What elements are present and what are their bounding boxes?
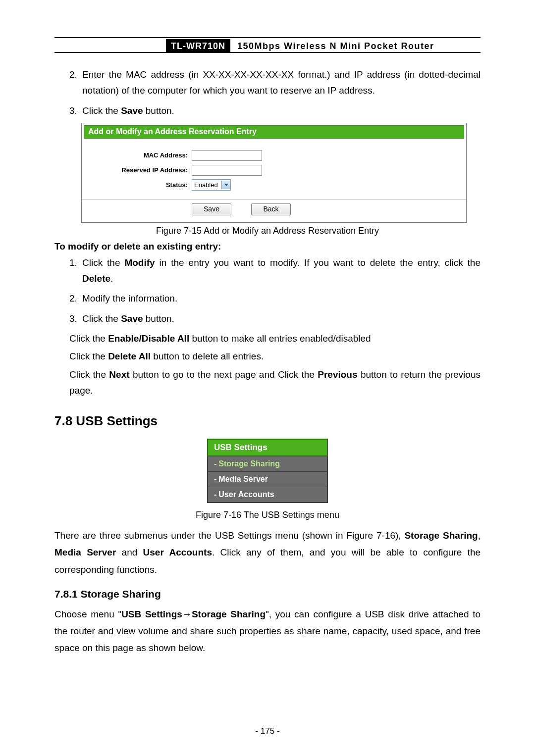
form-row-ip: Reserved IP Address:: [87, 163, 461, 177]
mac-address-input[interactable]: [192, 150, 262, 161]
mac-address-label: MAC Address:: [87, 151, 192, 159]
text-fragment: Click the: [69, 333, 108, 344]
storage-sharing-label: Storage Sharing: [404, 530, 478, 541]
status-label: Status:: [87, 181, 192, 189]
status-select[interactable]: Enabled: [192, 179, 231, 191]
text-fragment: Choose menu ": [54, 609, 121, 619]
delete-all-paragraph: Click the Delete All button to delete al…: [69, 349, 481, 364]
page-number: - 175 -: [0, 726, 535, 736]
previous-label: Previous: [318, 369, 357, 380]
text-fragment: Click the: [82, 105, 121, 116]
arrow-icon: →: [182, 609, 192, 619]
text-fragment: and: [116, 547, 143, 557]
document-page: TL-WR710N 150Mbps Wireless N Mini Pocket…: [0, 0, 535, 756]
enable-disable-paragraph: Click the Enable/Disable All button to m…: [69, 331, 481, 347]
reserved-ip-label: Reserved IP Address:: [87, 166, 192, 174]
address-reservation-panel: Add or Modify an Address Reservation Ent…: [81, 123, 467, 223]
list-text: Enter the MAC address (in XX-XX-XX-XX-XX…: [82, 67, 481, 99]
menu-item-label: Storage Sharing: [218, 459, 280, 468]
usb-settings-breadcrumb: USB Settings: [121, 609, 182, 619]
storage-sharing-description: Choose menu "USB Settings→Storage Sharin…: [54, 606, 481, 657]
text-fragment: Click the: [82, 313, 121, 324]
enable-disable-all-label: Enable/Disable All: [108, 333, 189, 344]
panel-button-row: Save Back: [87, 203, 461, 215]
next-label: Next: [109, 369, 129, 380]
usb-settings-description: There are three submenus under the USB S…: [54, 527, 481, 578]
delete-label: Delete: [82, 273, 110, 284]
modify-label: Modify: [124, 257, 155, 268]
list-number: 2.: [69, 291, 82, 306]
text-fragment: button.: [143, 105, 174, 116]
figure-7-16-caption: Figure 7-16 The USB Settings menu: [54, 510, 481, 520]
page-header: TL-WR710N 150Mbps Wireless N Mini Pocket…: [54, 39, 481, 53]
delete-all-label: Delete All: [108, 351, 151, 361]
reserved-ip-input[interactable]: [192, 165, 262, 176]
back-button[interactable]: Back: [251, 203, 291, 215]
menu-item-user-accounts[interactable]: -User Accounts: [207, 487, 328, 503]
header-description: 150Mbps Wireless N Mini Pocket Router: [230, 39, 434, 52]
chevron-down-icon[interactable]: [221, 181, 230, 189]
user-accounts-label: User Accounts: [143, 547, 212, 557]
next-previous-paragraph: Click the Next button to go to the next …: [69, 367, 481, 399]
figure-7-15-caption: Figure 7-15 Add or Modify an Address Res…: [54, 226, 481, 236]
text-fragment: Click the: [82, 257, 124, 268]
text-fragment: ,: [478, 530, 481, 541]
save-label: Save: [121, 105, 143, 116]
menu-item-label: User Accounts: [218, 490, 274, 499]
text-fragment: There are three submenus under the USB S…: [54, 530, 404, 541]
text-fragment: Click the: [69, 351, 108, 361]
dash-icon: -: [214, 459, 216, 468]
text-fragment: Click the: [69, 369, 109, 380]
dash-icon: -: [214, 475, 216, 483]
list-text: Click the Save button.: [82, 103, 481, 119]
menu-item-storage-sharing[interactable]: -Storage Sharing: [207, 456, 328, 472]
section-7-8-1-heading: 7.8.1 Storage Sharing: [54, 588, 481, 600]
modify-delete-heading: To modify or delete an existing entry:: [54, 241, 481, 252]
form-row-status: Status: Enabled: [87, 178, 461, 192]
list-text: Modify the information.: [82, 291, 481, 306]
header-top-rule: [54, 37, 481, 38]
text-fragment: button to delete all entries.: [151, 351, 264, 361]
instruction-list-1: 2. Enter the MAC address (in XX-XX-XX-XX…: [54, 67, 481, 119]
usb-settings-menu-header[interactable]: USB Settings: [207, 439, 328, 456]
list-text: Click the Save button.: [82, 311, 481, 327]
text-fragment: button to make all entries enabled/disab…: [189, 333, 371, 344]
section-7-8-heading: 7.8 USB Settings: [54, 413, 481, 429]
text-fragment: button.: [143, 313, 174, 324]
instruction-list-2: 1. Click the Modify in the entry you wan…: [54, 255, 481, 327]
list-text: Click the Modify in the entry you want t…: [82, 255, 481, 287]
list-number: 2.: [69, 67, 82, 99]
list-number: 3.: [69, 103, 82, 119]
header-model: TL-WR710N: [166, 39, 230, 52]
status-select-value: Enabled: [194, 181, 221, 189]
menu-item-media-server[interactable]: -Media Server: [207, 472, 328, 487]
form-row-mac: MAC Address:: [87, 149, 461, 162]
text-fragment: in the entry you want to modify. If you …: [155, 257, 481, 268]
save-button[interactable]: Save: [192, 203, 231, 215]
save-label: Save: [121, 313, 143, 324]
panel-divider: [82, 199, 466, 200]
text-fragment: button to go to the next page and Click …: [130, 369, 318, 380]
list-number: 3.: [69, 311, 82, 327]
list-number: 1.: [69, 255, 82, 287]
menu-item-label: Media Server: [218, 475, 268, 483]
panel-title: Add or Modify an Address Reservation Ent…: [84, 125, 464, 139]
dash-icon: -: [214, 490, 216, 499]
media-server-label: Media Server: [54, 547, 116, 557]
storage-sharing-breadcrumb: Storage Sharing: [192, 609, 266, 619]
usb-settings-menu: USB Settings -Storage Sharing -Media Ser…: [207, 439, 328, 503]
text-fragment: .: [110, 273, 113, 284]
panel-body: MAC Address: Reserved IP Address: Status…: [82, 141, 466, 222]
